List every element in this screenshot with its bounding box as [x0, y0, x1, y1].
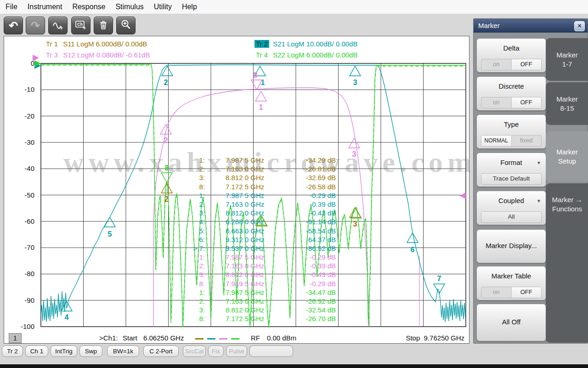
svg-text:1: 1: [259, 103, 263, 111]
coupled-button[interactable]: Coupled ▼ All: [476, 191, 546, 225]
svg-text:Ch: Ch: [77, 22, 83, 27]
svg-text:8: 8: [165, 164, 169, 172]
legend-dash-s11: [195, 338, 204, 340]
menu-item-stimulus[interactable]: Stimulus: [115, 3, 143, 11]
add-trace-button[interactable]: +: [48, 17, 68, 34]
delete-button[interactable]: [94, 17, 113, 34]
tab-marker-setup[interactable]: MarkerSetup: [546, 131, 588, 182]
statusbar-fix: Fix: [208, 345, 224, 357]
readout-row: 3:8.812 0 GHz-0.43 dB: [169, 209, 336, 217]
readout-row: 8:7.172 5 GHz-26.70 dB: [169, 314, 336, 323]
discrete-button[interactable]: Discrete on OFF: [476, 76, 546, 111]
legend-dash-s21: [207, 338, 215, 340]
svg-text:3: 3: [352, 150, 356, 158]
redo-icon: ↷: [31, 20, 40, 31]
marker-readouts: 1:7.987 5 GHz-34.29 dB 2:7.163 0 GHz-26.…: [169, 156, 336, 323]
zoom-in-icon: [120, 19, 132, 33]
rf-value[interactable]: 0.00 dBm: [267, 334, 296, 342]
svg-text:2: 2: [164, 79, 168, 86]
trash-icon: [98, 19, 109, 32]
marker-table-toggle[interactable]: on OFF: [481, 287, 542, 298]
start-value[interactable]: 6.06250 GHz: [143, 334, 184, 342]
svg-text:2: 2: [164, 136, 168, 144]
readout-row: 6:9.312 0 GHz-64.37 dB: [169, 235, 336, 244]
readout-row: 3:8.812 0 GHz-32.69 dB: [169, 173, 336, 182]
svg-text:7: 7: [437, 275, 441, 283]
menu-bar: File Instrument Response Stimulus Utilit…: [0, 0, 588, 14]
statusbar-trace[interactable]: Tr 2: [2, 345, 23, 357]
discrete-toggle[interactable]: on OFF: [481, 97, 542, 108]
menu-item-file[interactable]: File: [6, 3, 17, 11]
svg-text:3: 3: [353, 79, 357, 86]
undo-button[interactable]: ↶: [4, 17, 23, 34]
add-channel-button[interactable]: Ch+: [71, 17, 90, 34]
all-off-button[interactable]: All Off: [476, 304, 546, 341]
marker-2-tr3[interactable]: 2: [160, 125, 171, 144]
svg-text:3: 3: [353, 220, 357, 228]
bottom-strip: [0, 364, 588, 368]
coupled-value[interactable]: All: [481, 211, 542, 223]
ref-arrow-tr3-right[interactable]: [459, 192, 466, 199]
delta-toggle[interactable]: on OFF: [481, 59, 542, 70]
redo-button: ↷: [26, 17, 45, 34]
close-icon[interactable]: ×: [574, 21, 585, 31]
statusbar-empty: [249, 345, 293, 357]
channel-label: >Ch1:: [99, 334, 118, 342]
type-button[interactable]: Type NORMAL fixed: [476, 114, 546, 149]
readout-row-active: > 7:9.537 0 GHz-86.52 dB: [169, 244, 336, 253]
statusbar-channel[interactable]: Ch 1: [25, 345, 48, 357]
panel-title[interactable]: Marker: [474, 19, 588, 33]
add-trace-icon: +: [52, 19, 64, 33]
format-button[interactable]: Format ▼ Trace Default: [476, 153, 546, 187]
readout-row: 2:7.163 0 GHz-26.81 dB: [169, 164, 336, 173]
add-channel-icon: Ch+: [75, 19, 87, 33]
delta-button[interactable]: Delta on OFF: [476, 38, 546, 73]
readout-row: 3:8.812 0 GHz-0.43 dB: [169, 270, 336, 279]
type-toggle[interactable]: NORMAL fixed: [481, 135, 542, 147]
marker-1-tr3[interactable]: 1: [255, 91, 266, 111]
readout-row: 8:7.949 5 GHz-0.29 dB: [169, 279, 336, 288]
svg-text:5: 5: [108, 230, 112, 238]
menu-item-help[interactable]: Help: [182, 3, 197, 11]
marker-5-tr2[interactable]: 5: [104, 217, 115, 238]
statusbar-srccal: SrcCal: [183, 345, 206, 357]
tab-marker-functions[interactable]: Marker →Functions: [546, 183, 588, 226]
menu-item-utility[interactable]: Utility: [154, 3, 172, 11]
readout-row: 4:6.288 0 GHz-91.14 dB: [169, 217, 336, 226]
readout-row: 8:7.172 5 GHz-26.58 dB: [169, 182, 336, 191]
stop-label-value[interactable]: Stop 9.76250 GHz: [400, 334, 464, 342]
tab-marker-8-15[interactable]: Marker8-15: [546, 82, 588, 125]
readout-row: 2:7.163 0 GHz-0.39 dB: [169, 200, 336, 209]
channel-tab[interactable]: 1: [9, 333, 22, 343]
rf-label: RF: [251, 334, 260, 342]
menu-item-instrument[interactable]: Instrument: [28, 3, 62, 11]
format-value[interactable]: Trace Default: [481, 173, 542, 185]
marker-3-tr3[interactable]: 3: [349, 138, 360, 158]
svg-text:8: 8: [254, 71, 258, 79]
svg-text:6: 6: [411, 246, 415, 254]
marker-2-tr2[interactable]: 2: [162, 66, 173, 86]
menu-item-response[interactable]: Response: [72, 3, 105, 11]
readout-row: 1:7.987 5 GHz-34.29 dB: [169, 156, 336, 164]
svg-text:2: 2: [164, 195, 169, 203]
measurement-display[interactable]: Tr 1S11 LogM 6.000dB/ 0.00dB Tr 2S21 Log…: [4, 36, 469, 344]
zoom-button[interactable]: [116, 17, 136, 34]
statusbar-pulse: Pulse: [226, 345, 247, 357]
ref-arrow-tr3-left[interactable]: [33, 55, 39, 61]
readout-row: 1:7.987 5 GHz-34.47 dB: [169, 288, 336, 297]
legend-dash-s22: [231, 338, 239, 340]
tab-marker-1-7[interactable]: Marker1-7: [546, 38, 588, 81]
statusbar-bandwidth[interactable]: BW=1k: [107, 345, 139, 357]
svg-text:4: 4: [65, 313, 69, 321]
marker-table-button[interactable]: Marker Table on OFF: [476, 266, 546, 300]
tab-column-filler: [546, 209, 588, 343]
start-label[interactable]: Start: [123, 334, 137, 342]
marker-3-tr1[interactable]: 3: [350, 208, 362, 228]
statusbar-cal[interactable]: C 2-Port: [143, 345, 179, 357]
marker-display-button[interactable]: Marker Display...: [476, 229, 546, 263]
marker-3-tr2[interactable]: 3: [350, 66, 361, 86]
readout-row: 2:7.163 0 GHz-0.39 dB: [169, 261, 336, 270]
readout-row: 1:7.987 5 GHz-0.29 dB: [169, 191, 336, 200]
statusbar-sweep[interactable]: Swp: [79, 345, 102, 357]
statusbar-trigger[interactable]: IntTrig: [51, 345, 77, 357]
